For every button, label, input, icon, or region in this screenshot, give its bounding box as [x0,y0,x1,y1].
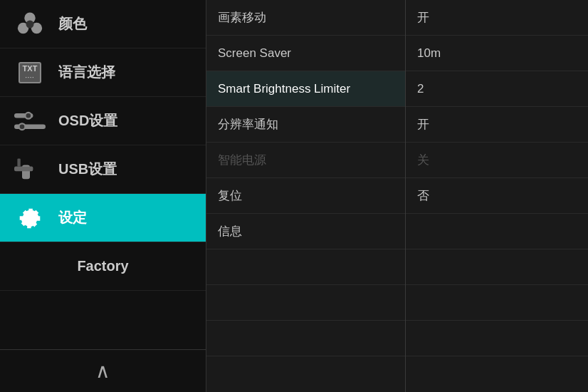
menu-row-smart-power[interactable]: 智能电源 [206,143,405,178]
txt-icon: TXT···· [14,57,46,88]
menu-row-info[interactable]: 信息 [206,214,405,249]
menu-row-smart-brightness[interactable]: Smart Brightness Limiter [206,71,405,107]
sidebar-label-usb: USB设置 [58,160,117,179]
value-row-screen-saver: 10m [406,36,588,71]
value-row-smart-brightness: 2 [406,71,588,107]
menu-row-pixel-move[interactable]: 画素移动 [206,0,405,36]
menu-row-empty2 [206,285,405,321]
sidebar-item-usb[interactable]: USB设置 [0,145,206,194]
sidebar-label-factory: Factory [77,258,128,274]
svg-rect-11 [14,166,33,171]
sidebar-item-language[interactable]: TXT···· 语言选择 [0,48,206,97]
sidebar-item-osd[interactable]: OSD设置 [0,97,206,145]
menu-row-empty1 [206,249,405,285]
svg-point-8 [19,123,26,130]
menu-row-reset[interactable]: 复位 [206,178,405,214]
sidebar-label-osd: OSD设置 [58,111,117,130]
sidebar-label-color: 颜色 [58,14,87,33]
value-row-resolution-notify: 开 [406,107,588,143]
menu-row-empty3 [206,321,405,356]
sidebar-label-language: 语言选择 [58,63,115,82]
value-row-info [406,214,588,249]
value-row-smart-power: 关 [406,143,588,178]
sidebar: 颜色 TXT···· 语言选择 OSD设置 [0,0,206,392]
usb-icon [14,154,46,185]
up-arrow-icon[interactable]: ∧ [95,359,110,383]
menu-column: 画素移动 Screen Saver Smart Brightness Limit… [206,0,406,392]
svg-point-6 [25,112,31,118]
content-area: 画素移动 Screen Saver Smart Brightness Limit… [206,0,588,392]
value-row-empty2 [406,285,588,321]
value-row-empty3 [406,321,588,356]
value-row-reset: 否 [406,178,588,214]
sidebar-label-settings: 设定 [58,208,87,227]
settings-gear-icon [14,202,46,234]
sidebar-item-settings[interactable]: 设定 [0,194,206,242]
svg-rect-10 [17,158,20,166]
svg-point-3 [26,20,34,28]
value-row-empty1 [406,249,588,285]
flower-icon [14,9,46,40]
sidebar-bottom-nav: ∧ [0,349,206,392]
menu-row-resolution-notify[interactable]: 分辨率通知 [206,107,405,143]
sidebar-item-factory[interactable]: Factory [0,242,206,291]
value-column: 开 10m 2 开 关 否 [406,0,588,392]
sidebar-item-color[interactable]: 颜色 [0,0,206,48]
gear-icon [14,105,46,137]
menu-row-screen-saver[interactable]: Screen Saver [206,36,405,71]
value-row-pixel-move: 开 [406,0,588,36]
